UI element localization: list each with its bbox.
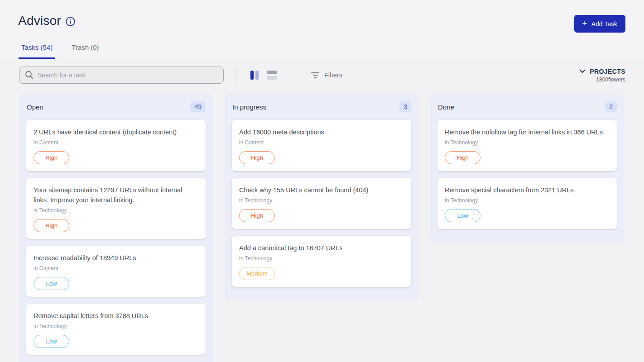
task-priority-badge: High (239, 151, 275, 164)
task-card[interactable]: Remove special characters from 2321 URLs… (437, 178, 617, 229)
task-title: Add a canonical tag to 16707 URLs (239, 243, 404, 253)
task-card[interactable]: Your sitemap contains 12297 URLs without… (26, 178, 206, 239)
info-icon[interactable] (66, 17, 75, 26)
task-title: Remove capital letters from 3788 URLs (34, 311, 199, 321)
task-priority-badge: High (239, 209, 275, 222)
task-title: Remove the nofollow tag for internal lin… (445, 127, 610, 137)
card-list: Add 16000 meta descriptions in Content H… (232, 120, 411, 287)
board-column: Done 2 Remove the nofollow tag for inter… (430, 94, 624, 243)
task-category: in Technology (239, 197, 404, 204)
card-list: Remove the nofollow tag for internal lin… (437, 120, 617, 229)
task-card[interactable]: Add 16000 meta descriptions in Content H… (232, 120, 411, 171)
column-header: Done 2 (437, 101, 617, 113)
task-category: in Content (239, 139, 404, 146)
page-header: Advisor + Add Task (0, 0, 644, 28)
task-category: in Content (34, 265, 199, 272)
task-category: in Technology (34, 207, 199, 214)
column-count-badge: 2 (605, 101, 617, 113)
column-header: In progress 3 (232, 101, 411, 113)
board-column: In progress 3 Add 16000 meta description… (225, 94, 418, 300)
list-view-icon[interactable] (267, 71, 277, 80)
task-priority-badge: Low (445, 209, 481, 222)
task-card[interactable]: Increase readability of 18949 URLs in Co… (26, 246, 206, 297)
task-priority-badge: High (34, 151, 69, 164)
chevron-down-icon (579, 69, 586, 73)
tab-trash[interactable]: Trash (0) (69, 41, 101, 59)
task-card[interactable]: Check why 155 URLs cannot be found (404)… (232, 178, 411, 229)
task-category: in Technology (239, 255, 404, 262)
tab-bar: Tasks (54) Trash (0) (0, 28, 644, 59)
task-priority-badge: High (445, 151, 481, 164)
search-input[interactable] (19, 67, 224, 84)
filter-icon (311, 72, 319, 78)
task-priority-badge: Medium (239, 267, 275, 280)
add-task-label: Add Task (591, 20, 617, 28)
task-category: in Technology (445, 197, 610, 204)
filters-button[interactable]: Filters (311, 71, 342, 79)
column-title: In progress (232, 103, 266, 111)
projects-label: PROJECTS (590, 68, 625, 75)
kanban-board: Open 49 2 URLs have identical content (d… (0, 94, 644, 362)
task-title: Your sitemap contains 12297 URLs without… (34, 185, 199, 205)
filters-label: Filters (324, 71, 342, 79)
task-category: in Technology (445, 139, 610, 146)
task-card[interactable]: Add a canonical tag to 16707 URLs in Tec… (232, 236, 411, 287)
task-title: Check why 155 URLs cannot be found (404) (239, 185, 404, 195)
view-toggle (235, 71, 277, 80)
task-priority-badge: High (34, 219, 69, 232)
column-count-badge: 49 (190, 101, 206, 113)
task-card[interactable]: Remove capital letters from 3788 URLs in… (26, 304, 206, 355)
kanban-view-icon[interactable] (250, 71, 259, 80)
task-card[interactable]: 2 URLs have identical content (duplicate… (26, 120, 206, 171)
projects-block: PROJECTS 1800flowers (579, 68, 625, 83)
page-title: Advisor (18, 14, 61, 28)
add-task-button[interactable]: + Add Task (574, 15, 625, 33)
task-category: in Content (34, 139, 199, 146)
current-project-name: 1800flowers (596, 76, 625, 83)
tab-tasks[interactable]: Tasks (54) (19, 41, 55, 59)
search-icon (25, 71, 34, 81)
column-count-badge: 3 (399, 101, 411, 113)
search-box (19, 67, 224, 84)
column-title: Done (438, 103, 454, 111)
task-title: Add 16000 meta descriptions (239, 127, 404, 137)
task-category: in Technology (34, 323, 199, 329)
task-priority-badge: Low (34, 335, 69, 348)
task-priority-badge: Low (34, 277, 69, 290)
projects-dropdown[interactable]: PROJECTS (579, 68, 625, 75)
toolbar: Filters PROJECTS 1800flowers (19, 67, 625, 84)
card-list: 2 URLs have identical content (duplicate… (26, 120, 206, 355)
task-title: Increase readability of 18949 URLs (34, 253, 199, 263)
task-title: 2 URLs have identical content (duplicate… (34, 127, 199, 137)
task-card[interactable]: Remove the nofollow tag for internal lin… (437, 120, 617, 171)
column-title: Open (27, 103, 43, 111)
task-title: Remove special characters from 2321 URLs (445, 185, 610, 195)
board-column: Open 49 2 URLs have identical content (d… (19, 94, 213, 362)
column-header: Open 49 (26, 101, 206, 113)
plus-icon: + (582, 19, 587, 28)
